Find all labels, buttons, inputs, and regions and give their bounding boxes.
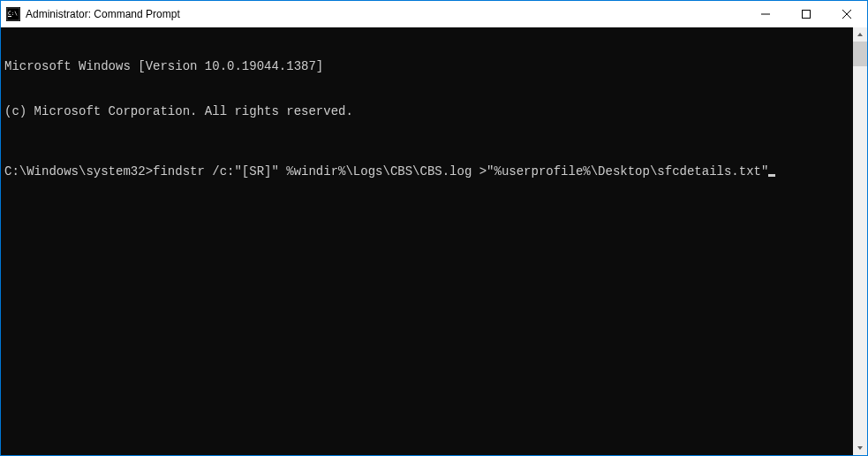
close-button[interactable] (826, 1, 867, 27)
prompt-line: C:\Windows\system32>findstr /c:"[SR]" %w… (4, 164, 849, 179)
command-text: findstr /c:"[SR]" %windir%\Logs\CBS\CBS.… (153, 164, 768, 179)
scroll-thumb[interactable] (853, 42, 867, 66)
scroll-down-button[interactable] (853, 441, 867, 455)
prompt-text: C:\Windows\system32> (4, 164, 153, 179)
minimize-button[interactable] (745, 1, 786, 27)
copyright-line: (c) Microsoft Corporation. All rights re… (4, 104, 849, 119)
svg-marker-9 (857, 446, 863, 450)
scroll-up-button[interactable] (853, 27, 867, 42)
terminal-output[interactable]: Microsoft Windows [Version 10.0.19044.13… (1, 27, 853, 455)
app-icon: C:\ (6, 7, 20, 21)
maximize-button[interactable] (786, 1, 826, 27)
vertical-scrollbar[interactable] (853, 27, 867, 455)
version-line: Microsoft Windows [Version 10.0.19044.13… (4, 59, 849, 74)
command-prompt-window: C:\ Administrator: Command Prompt Micros… (0, 0, 868, 456)
svg-text:C:\: C:\ (8, 10, 18, 16)
cursor (768, 174, 775, 177)
client-area: Microsoft Windows [Version 10.0.19044.13… (1, 27, 867, 455)
svg-rect-3 (8, 16, 11, 17)
window-title: Administrator: Command Prompt (26, 8, 745, 20)
svg-marker-8 (857, 33, 863, 36)
titlebar[interactable]: C:\ Administrator: Command Prompt (1, 1, 867, 27)
scroll-track[interactable] (853, 42, 867, 441)
svg-rect-5 (803, 11, 811, 19)
window-controls (745, 1, 867, 27)
